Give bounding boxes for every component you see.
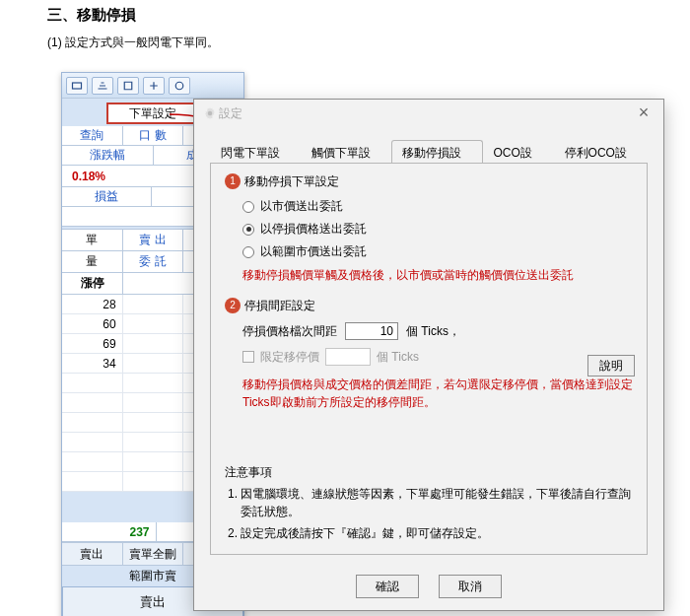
limit-trailing-input <box>325 348 371 366</box>
limit-trailing-unit: 個 Ticks <box>377 349 419 366</box>
quantity-label: 口 數 <box>123 126 184 145</box>
ladder-price: 69 <box>62 334 123 354</box>
settings-dialog: 設定 × 閃電下單設定 觸價下單設定 移動停損設定 OCO設定 停利OCO設定 … <box>193 99 664 611</box>
badge-1-icon: 1 <box>225 173 241 189</box>
limit-trailing-checkbox[interactable] <box>242 351 254 363</box>
explain-button[interactable]: 說明 <box>587 355 635 376</box>
section-1-hint: 移動停損觸價單觸及價格後，以市價或當時的觸價價位送出委託 <box>242 266 633 284</box>
total-value: 237 <box>62 522 157 541</box>
ladder-price: 28 <box>62 295 123 314</box>
limit-up-label: 漲停 <box>62 273 123 295</box>
section-2-hint-a: 移動停損價格與成交價格的價差間距， <box>242 377 444 391</box>
radio-icon <box>242 246 254 258</box>
close-icon[interactable]: × <box>634 103 654 123</box>
limit-trailing-label: 限定移停價 <box>260 349 319 366</box>
radio-icon <box>242 201 254 213</box>
radio-label: 以停損價格送出委託 <box>260 221 367 238</box>
svg-point-1 <box>175 82 183 90</box>
ladder-price: 60 <box>62 314 123 334</box>
notes-section: 注意事項 因電腦環境、連線狀態等因素，下單處理可能發生錯誤，下單後請自行查詢委託… <box>225 464 633 546</box>
cancel-all-sell-button[interactable]: 賣單全刪 <box>123 543 184 565</box>
radio-icon <box>242 224 254 236</box>
tick-gap-unit: 個 Ticks， <box>406 323 460 340</box>
badge-2-icon: 2 <box>225 298 241 313</box>
query-button[interactable]: 查詢 <box>62 126 123 145</box>
radio-label: 以範圍市價送出委託 <box>260 243 367 260</box>
radio-market-price[interactable]: 以市價送出委託 <box>242 198 633 215</box>
confirm-button[interactable]: 確認 <box>356 575 419 598</box>
gear-icon <box>204 107 216 119</box>
dialog-title-text: 設定 <box>219 106 242 120</box>
settings-pane: 1移動停損下單設定 以市價送出委託 以停損價格送出委託 以範圍市價送出委託 移動… <box>210 163 648 555</box>
note-item: 因電腦環境、連線狀態等因素，下單處理可能發生錯誤，下單後請自行查詢委託狀態。 <box>241 485 633 520</box>
window-titlebar <box>62 73 243 99</box>
ladder-price: 34 <box>62 354 123 374</box>
section-1-title-text: 移動停損下單設定 <box>244 174 339 188</box>
svg-rect-0 <box>73 83 82 89</box>
col-vol: 量 <box>62 251 123 273</box>
tick-gap-label: 停損價格檔次間距 <box>242 323 337 340</box>
toolbar-button-4[interactable] <box>143 77 165 95</box>
section-2-title-text: 停損間距設定 <box>244 299 315 312</box>
doc-section-subtitle: (1) 設定方式與一般閃電下單同。 <box>47 34 690 51</box>
doc-section-title: 三、移動停損 <box>47 6 690 25</box>
notes-heading: 注意事項 <box>225 464 633 481</box>
toolbar-button-5[interactable] <box>169 77 190 95</box>
col-price: 單 <box>62 230 123 251</box>
tick-gap-input[interactable] <box>345 322 398 340</box>
cancel-button[interactable]: 取消 <box>439 575 502 598</box>
radio-stop-price[interactable]: 以停損價格送出委託 <box>242 221 633 238</box>
toolbar-button-3[interactable] <box>117 77 139 95</box>
radio-range-market[interactable]: 以範圍市價送出委託 <box>242 243 633 260</box>
note-item: 設定完成後請按下『確認』鍵，即可儲存設定。 <box>241 524 633 542</box>
dialog-title: 設定 <box>204 105 242 122</box>
toolbar-button-1[interactable] <box>66 77 88 95</box>
section-1-title: 1移動停損下單設定 <box>225 173 633 190</box>
change-label: 漲跌幅 <box>62 146 154 165</box>
tick-gap-row: 停損價格檔次間距 個 Ticks， 限定移停價 個 Ticks <box>242 322 633 366</box>
pnl-label: 損益 <box>62 187 152 206</box>
col-order: 委 託 <box>123 251 184 273</box>
section-2-title: 2停損間距設定 <box>225 298 633 314</box>
radio-label: 以市價送出委託 <box>260 198 343 215</box>
sell-button-small[interactable]: 賣出 <box>62 543 123 565</box>
section-2-hint: 移動停損價格與成交價格的價差間距，若勾選限定移停價，當價格達到設定Ticks即啟… <box>242 376 633 411</box>
toolbar-button-2[interactable] <box>92 77 113 95</box>
col-sell: 賣 出 <box>123 230 184 251</box>
order-settings-button[interactable]: 下單設定 <box>107 103 198 123</box>
